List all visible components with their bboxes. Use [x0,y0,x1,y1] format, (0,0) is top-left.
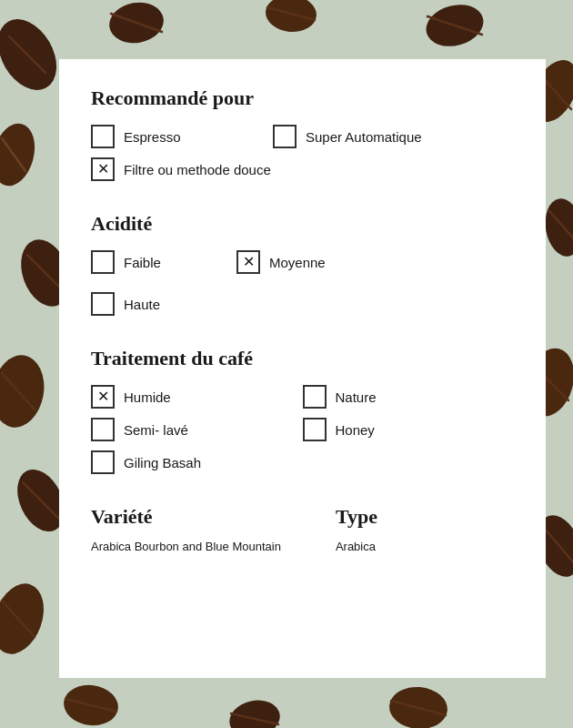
checkbox-moyenne[interactable] [236,250,260,274]
type-col: Type Arabica [336,505,377,557]
variete-col: Variété Arabica Bourbon and Blue Mountai… [91,505,281,557]
label-nature: Nature [336,389,377,405]
traitement-col-left: Humide Semi- lavé Giling Basah [91,385,303,483]
traitement-title: Traitement du café [91,347,514,370]
option-espresso[interactable]: Espresso [91,125,273,148]
label-filtre: Filtre ou methode douce [124,162,271,177]
option-honey[interactable]: Honey [303,418,515,441]
label-moyenne: Moyenne [269,255,326,270]
checkbox-semi-lave[interactable] [91,418,115,441]
option-semi-lave[interactable]: Semi- lavé [91,418,303,441]
checkbox-super-automatique[interactable] [273,125,297,148]
checkbox-faible[interactable] [91,250,115,274]
section-acidite: Acidité Faible Moyenne Haute [91,212,514,325]
bottom-section: Variété Arabica Bourbon and Blue Mountai… [91,505,514,557]
acidite-options: Faible Moyenne Haute [91,250,514,325]
option-humide[interactable]: Humide [91,385,303,409]
main-card: Recommandé pour Espresso Super Automatiq… [59,59,546,678]
recommande-options: Espresso Super Automatique [91,125,514,157]
label-giling-basah: Giling Basah [124,455,201,470]
checkbox-honey[interactable] [303,418,327,441]
section-recommande: Recommandé pour Espresso Super Automatiq… [91,86,514,190]
checkbox-nature[interactable] [303,385,327,409]
label-honey: Honey [336,422,375,438]
recommande-title: Recommandé pour [91,86,514,110]
option-faible[interactable]: Faible [91,250,236,274]
checkbox-haute[interactable] [91,292,115,316]
label-espresso: Espresso [124,129,181,145]
label-haute: Haute [124,297,160,312]
traitement-col-right: Nature Honey [303,385,515,483]
label-faible: Faible [124,255,161,270]
section-traitement: Traitement du café Humide Semi- lavé Gil… [91,347,514,483]
checkbox-filtre[interactable] [91,157,115,181]
checkbox-humide[interactable] [91,385,115,409]
variete-value: Arabica Bourbon and Blue Mountain [91,538,281,557]
type-value: Arabica [336,538,377,557]
traitement-options-container: Humide Semi- lavé Giling Basah Nature [91,385,514,483]
type-title: Type [336,505,377,529]
recommande-options-row2: Filtre ou methode douce [91,157,514,190]
checkbox-giling-basah[interactable] [91,450,115,474]
option-moyenne[interactable]: Moyenne [236,250,382,274]
option-giling-basah[interactable]: Giling Basah [91,450,303,474]
option-super-automatique[interactable]: Super Automatique [273,125,455,148]
label-semi-lave: Semi- lavé [124,422,188,438]
acidite-title: Acidité [91,212,514,236]
option-filtre[interactable]: Filtre ou methode douce [91,157,273,181]
label-humide: Humide [124,389,171,405]
variete-title: Variété [91,505,281,529]
option-nature[interactable]: Nature [303,385,515,409]
checkbox-espresso[interactable] [91,125,115,148]
label-super-automatique: Super Automatique [306,129,422,145]
option-haute[interactable]: Haute [91,292,236,316]
